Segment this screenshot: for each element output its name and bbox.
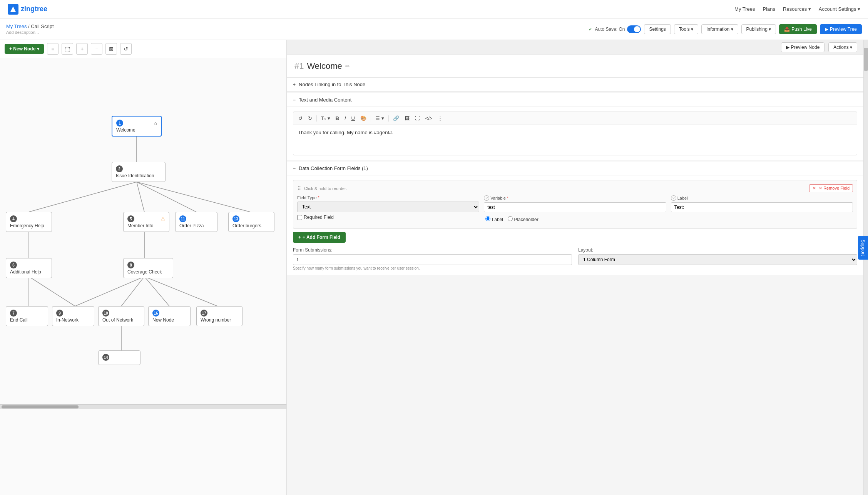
settings-button[interactable]: Settings <box>644 24 671 34</box>
node-14[interactable]: 14 <box>98 350 140 365</box>
svg-line-3 <box>137 182 144 212</box>
node-4[interactable]: 4 Emergency Help <box>6 212 52 232</box>
remove-field-button[interactable]: ✕ ✕ Remove Field <box>809 184 853 192</box>
rte-redo[interactable]: ↻ <box>306 114 314 122</box>
reset-button[interactable]: ↺ <box>120 43 132 55</box>
variable-group: ? Variable * <box>484 195 666 212</box>
node-7-label: End Call <box>10 317 44 323</box>
rte-color[interactable]: 🎨 <box>358 114 368 122</box>
nav-plans[interactable]: Plans <box>763 6 776 12</box>
node-9-num: 9 <box>56 310 63 317</box>
zoom-out-button[interactable]: − <box>91 43 102 55</box>
zoom-in-button[interactable]: + <box>76 43 88 55</box>
rte-link[interactable]: 🔗 <box>391 114 401 122</box>
section-linking-header[interactable]: + Nodes Linking in to This Node <box>287 78 863 92</box>
node-14-num: 14 <box>102 354 109 361</box>
rte-italic[interactable]: I <box>343 114 348 122</box>
breadcrumb-description[interactable]: Add description... <box>6 30 54 35</box>
drag-handle-icon[interactable]: ⠿ <box>297 185 301 192</box>
node-13[interactable]: 13 Order burgers <box>228 212 274 232</box>
top-nav: zingtree My Trees Plans Resources ▾ Acco… <box>0 0 868 18</box>
nav-account-settings[interactable]: Account Settings ▾ <box>819 6 860 12</box>
breadcrumb: My Trees / Call Script <box>6 23 54 29</box>
node-11[interactable]: 11 Order Pizza <box>175 212 217 232</box>
new-node-dropdown-arrow[interactable]: ▾ <box>37 46 39 52</box>
new-node-button[interactable]: + New Node ▾ <box>5 44 44 54</box>
push-live-button[interactable]: 📤 Push Live <box>779 24 817 34</box>
breadcrumb-left: My Trees / Call Script Add description..… <box>6 23 54 35</box>
node-5-warning-icon: ⚠ <box>161 216 165 222</box>
rte-content-area[interactable]: Thank you for calling. My name is #agent… <box>293 125 857 155</box>
actions-button[interactable]: Actions ▾ <box>828 42 857 52</box>
breadcrumb-parent[interactable]: My Trees <box>6 23 27 29</box>
node-7[interactable]: 7 End Call <box>6 306 48 326</box>
node-9-label: In-Network <box>56 317 90 323</box>
node-1[interactable]: 1 ⌂ Welcome <box>112 116 162 137</box>
rte-underline[interactable]: U <box>350 114 357 122</box>
nav-resources[interactable]: Resources ▾ <box>783 6 811 12</box>
section-content: − Text and Media Content ↺ ↻ T₁ ▾ B I U … <box>287 93 863 160</box>
graph-view-button[interactable]: ⬚ <box>62 43 73 55</box>
node-name-edit-icon[interactable]: ✏ <box>345 63 350 69</box>
list-view-button[interactable]: ≡ <box>47 43 59 55</box>
vertical-scrollbar[interactable] <box>863 40 868 495</box>
form-submissions-input[interactable] <box>293 254 572 265</box>
node-11-num: 11 <box>179 215 186 222</box>
preview-node-button[interactable]: ▶ Preview Node <box>781 42 825 52</box>
rte-list[interactable]: ☰ ▾ <box>373 114 386 122</box>
rte-fullscreen[interactable]: ⛶ <box>413 114 422 122</box>
horizontal-scrollbar[interactable] <box>0 404 286 409</box>
node-6[interactable]: 6 Additional Help <box>6 258 52 278</box>
section-content-header[interactable]: − Text and Media Content <box>287 93 863 107</box>
tree-canvas[interactable]: 1 ⌂ Welcome 2 Issue Identification 4 <box>0 58 286 495</box>
section-content-toggle: − <box>293 97 296 103</box>
rte-more[interactable]: ⋮ <box>436 114 445 122</box>
scroll-thumb[interactable] <box>2 405 79 408</box>
autosave-toggle-btn[interactable] <box>627 25 641 33</box>
node-8-label: Coverage Check <box>127 269 169 275</box>
variable-input[interactable] <box>484 202 666 212</box>
label-info-icon[interactable]: ? <box>671 195 676 201</box>
node-5[interactable]: 5 ⚠ Member Info <box>123 212 169 232</box>
node-17[interactable]: 17 Wrong number <box>196 306 243 326</box>
support-tab[interactable]: Support <box>858 235 868 259</box>
toggle-knob <box>634 26 640 32</box>
node-11-label: Order Pizza <box>179 223 213 228</box>
node-9[interactable]: 9 In-Network <box>52 306 94 326</box>
placeholder-radio[interactable] <box>508 216 513 221</box>
node-5-label: Member Info <box>127 223 165 228</box>
rte-code[interactable]: </> <box>423 114 435 122</box>
node-10[interactable]: 10 Out of Network <box>98 306 144 326</box>
tools-button[interactable]: Tools ▾ <box>674 24 698 34</box>
rte-image[interactable]: 🖼 <box>403 114 411 122</box>
field-type-select[interactable]: Text Number Email Phone Date Select Chec… <box>297 202 479 212</box>
rte-text-style[interactable]: T₁ ▾ <box>319 114 332 122</box>
variable-info-icon[interactable]: ? <box>484 195 489 201</box>
rte-toolbar: ↺ ↻ T₁ ▾ B I U 🎨 ☰ ▾ 🔗 🖼 ⛶ <box>293 112 857 125</box>
add-form-field-button[interactable]: + + Add Form Field <box>293 232 346 243</box>
node-2-label: Issue Identification <box>116 173 161 178</box>
nav-my-trees[interactable]: My Trees <box>734 6 755 12</box>
information-button[interactable]: Information ▾ <box>701 24 738 34</box>
main-layout: + New Node ▾ ≡ ⬚ + − ⊠ ↺ <box>0 40 868 495</box>
label-radio[interactable] <box>485 216 490 221</box>
svg-marker-0 <box>10 6 16 12</box>
node-16[interactable]: 16 New Node <box>148 306 191 326</box>
node-2-num: 2 <box>116 165 123 172</box>
node-2[interactable]: 2 Issue Identification <box>112 162 166 182</box>
publishing-button[interactable]: Publishing ▾ <box>741 24 776 34</box>
rte-undo[interactable]: ↺ <box>296 114 304 122</box>
preview-tree-button[interactable]: ▶ Preview Tree <box>820 24 862 34</box>
rte-bold[interactable]: B <box>334 114 341 122</box>
logo[interactable]: zingtree <box>8 4 47 15</box>
required-field-checkbox[interactable] <box>297 215 302 220</box>
node-8[interactable]: 8 Coverage Check <box>123 258 173 278</box>
svg-line-13 <box>144 277 217 306</box>
section-data-collection-header[interactable]: − Data Collection Form Fields (1) <box>287 162 863 175</box>
layout-select[interactable]: 1 Column Form 2 Column Form <box>578 254 857 265</box>
label-input[interactable] <box>671 202 853 212</box>
v-scroll-thumb[interactable] <box>864 48 868 71</box>
svg-line-2 <box>29 182 137 212</box>
fit-button[interactable]: ⊠ <box>105 43 117 55</box>
node-17-label: Wrong number <box>201 317 238 323</box>
